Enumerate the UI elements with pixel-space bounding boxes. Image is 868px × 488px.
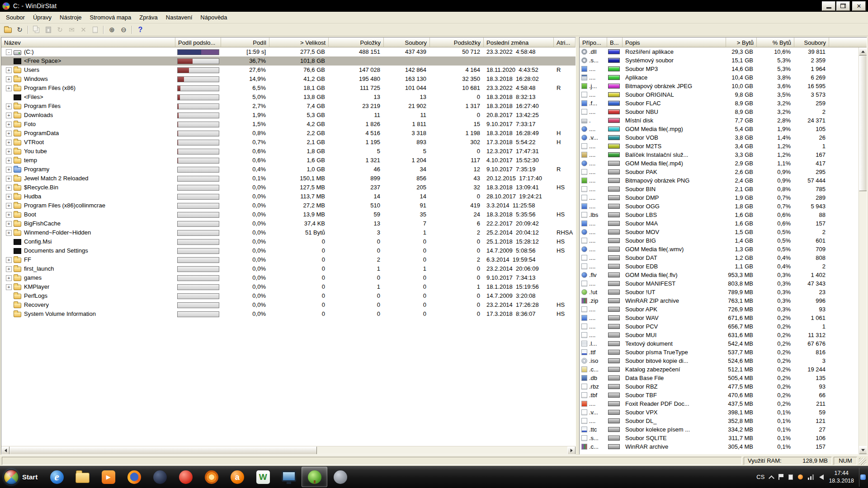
hidden-icons-chevron-icon[interactable] [769, 475, 775, 481]
extension-row[interactable]: ....Soubor WAV671,6 MB0,2%1 061 [580, 314, 859, 322]
expand-icon[interactable]: + [6, 131, 12, 136]
directory-row[interactable]: +Windows14,9%41,2 GB195 480163 13032 350… [1, 75, 576, 84]
open-button[interactable] [2, 24, 14, 35]
refresh-all-button[interactable]: ↻ [14, 24, 25, 35]
taskbar-button-dark-app[interactable] [147, 467, 173, 487]
expand-icon[interactable]: + [6, 203, 12, 209]
expand-icon[interactable]: + [6, 194, 12, 200]
extension-row[interactable]: .ttcSoubor kolekce písem ...334,2 MB0,1%… [580, 425, 859, 434]
expand-icon[interactable]: + [6, 149, 12, 155]
extension-row[interactable]: .s...Systémový soubor15,1 GB5,3%2 359 [580, 56, 859, 65]
column-header-files[interactable]: Soubory [384, 38, 430, 47]
extension-row[interactable]: .Místní disk7,7 GB2,8%24 371 [580, 116, 859, 125]
start-button[interactable]: Start [1, 466, 44, 488]
extension-row[interactable]: ....Aplikace10,4 GB3,8%6 269 [580, 73, 859, 82]
close-button[interactable]: ✕ [852, 1, 866, 11]
extension-row[interactable]: ....Soubor M4A1,6 GB0,6%157 [580, 219, 859, 228]
show-desktop-button[interactable] [859, 468, 866, 487]
collapse-icon[interactable]: - [6, 49, 12, 55]
directory-row[interactable]: +Jewel Match 2 Reloaded0,1%150,1 MB89985… [1, 174, 576, 183]
directory-row[interactable]: Config.Msi0,0%000025.1.2018 15:28:12HS [1, 237, 576, 246]
expand-icon[interactable]: + [6, 67, 12, 73]
expand-icon[interactable]: + [6, 140, 12, 145]
column-header-extension[interactable]: Přípo... [580, 38, 607, 47]
extension-row[interactable]: .l...Textový dokument542,4 MB0,2%67 676 [580, 339, 859, 348]
extension-row[interactable]: ....Soubor DMP1,9 GB0,7%289 [580, 193, 859, 202]
expand-icon[interactable]: + [6, 284, 12, 290]
taskbar-button-windirstat[interactable] [302, 467, 327, 487]
extension-row[interactable]: ....Soubor DAT1,2 GB0,4%808 [580, 253, 859, 262]
scroll-down-button[interactable] [859, 446, 867, 454]
extension-row[interactable]: .c...WinRAR archive305,4 MB0,1%157 [580, 442, 859, 451]
extension-row[interactable]: ....GOM Media file(.mp4)2,9 GB1,1%417 [580, 159, 859, 168]
extension-row[interactable]: ....Soubor MANIFEST803,8 MB0,3%47 343 [580, 279, 859, 288]
scrollbar-track[interactable] [859, 191, 867, 446]
directory-row[interactable]: +BigFishCache0,0%37,4 KB137622.2.2017 20… [1, 219, 576, 228]
extension-row[interactable]: .dbData Base File505,4 MB0,2%135 [580, 374, 859, 382]
expand-icon[interactable]: + [6, 185, 12, 191]
directory-row[interactable]: +Program Files2,7%7,4 GB23 21921 9021 31… [1, 102, 576, 111]
horizontal-scrollbar-thumb[interactable] [9, 446, 317, 455]
column-header-description[interactable]: Popis [623, 38, 726, 47]
expand-icon[interactable]: + [6, 85, 12, 91]
column-header-color[interactable]: B... [607, 38, 623, 47]
extension-row[interactable]: .s...Soubor SQLITE311,7 MB0,1%106 [580, 434, 859, 442]
extension-row[interactable]: ....Soubor APK726,9 MB0,3%93 [580, 305, 859, 314]
taskbar-button-internet-explorer[interactable]: e [44, 467, 70, 487]
directory-row[interactable]: +Program Files (x86)collinmcrae0,0%27,2 … [1, 201, 576, 210]
horizontal-scrollbar[interactable] [1, 446, 576, 454]
titlebar[interactable]: C: - WinDirStat ✕ [0, 0, 868, 12]
expand-icon[interactable]: + [6, 221, 12, 227]
extension-row[interactable]: ....GOM Media file(.wmv)1,3 GB0,5%709 [580, 245, 859, 253]
vertical-scrollbar-thumb[interactable] [859, 56, 867, 191]
extension-row[interactable]: .c...Katalog zabezpečení512,1 MB0,2%19 2… [580, 365, 859, 374]
extension-row[interactable]: ....Soubor OGG1,8 GB0,7%5 943 [580, 202, 859, 211]
extension-row[interactable]: ....Soubor MOV1,5 GB0,5%2 [580, 228, 859, 236]
tray-orange-app-icon[interactable] [798, 474, 803, 479]
extension-row[interactable]: .j...Bitmapový obrázek JPEG10,0 GB3,6%16… [580, 82, 859, 90]
directory-row[interactable]: Documents and Settings0,0%000014.7.2009 … [1, 246, 576, 255]
directory-row[interactable]: +Hudba0,0%113,7 MB1414028.10.2017 19:24:… [1, 192, 576, 201]
column-header-items[interactable]: Položky [329, 38, 384, 47]
expand-icon[interactable]: + [6, 275, 12, 281]
scroll-right-button[interactable] [567, 446, 576, 455]
extension-row[interactable]: .dllRozšíření aplikace29,3 GB10,6%39 811 [580, 47, 859, 56]
extension-row[interactable]: .v...Soubor VOB3,8 GB1,4%26 [580, 133, 859, 142]
extension-row[interactable]: .!utSoubor !UT789,9 MB0,3%23 [580, 288, 859, 296]
scrollbar-track[interactable] [317, 446, 567, 454]
column-header-bytes-percent[interactable]: % Bytů [757, 38, 794, 47]
taskbar-button-avast[interactable]: a [224, 467, 250, 487]
menu-help[interactable]: Nápověda [196, 12, 231, 23]
extension-row[interactable]: .zipWinRAR ZIP archive763,1 MB0,3%996 [580, 296, 859, 305]
extension-row[interactable]: ....Soubor DL_352,8 MB0,1%121 [580, 417, 859, 425]
menu-file[interactable]: Soubor [2, 12, 29, 23]
menu-treemap[interactable]: Stromová mapa [86, 12, 136, 23]
menu-options[interactable]: Nastavení [162, 12, 197, 23]
column-header-name[interactable]: Název [1, 38, 175, 47]
taskbar-button-media-player[interactable]: ▶ [95, 467, 121, 487]
expand-icon[interactable]: + [6, 167, 12, 173]
directory-row[interactable]: -(C:)[1:59 s]277,5 GB488 151437 43950 71… [1, 47, 576, 56]
extension-row[interactable]: .lbsSoubor LBS1,6 GB0,6%88 [580, 211, 859, 219]
directory-row[interactable]: +VTRoot0,7%2,1 GB1 19589330217.3.2018 5:… [1, 138, 576, 147]
extension-row[interactable]: .ttfSoubor písma TrueType537,7 MB0,2%816 [580, 348, 859, 357]
scroll-up-button[interactable] [859, 47, 867, 56]
directory-row[interactable]: +ProgramData0,8%2,2 GB4 5163 3181 19818.… [1, 129, 576, 138]
directory-row[interactable]: +temp0,6%1,6 GB1 3211 2041174.10.2017 15… [1, 156, 576, 165]
directory-row[interactable]: <Free Space>36,7%101,8 GB [1, 56, 576, 66]
extension-row[interactable]: ....Bitmapový obrázek PNG2,4 GB0,9%57 44… [580, 176, 859, 185]
directory-row[interactable]: System Volume Information0,0%000017.3.20… [1, 310, 576, 319]
volume-icon[interactable] [819, 474, 824, 480]
directory-row[interactable]: +KMPlayer0,0%010118.1.2018 15:19:56 [1, 282, 576, 291]
extension-row[interactable]: .rbzSoubor RBZ477,5 MB0,2%93 [580, 382, 859, 391]
menu-tools[interactable]: Nástroje [56, 12, 85, 23]
extension-row[interactable]: ....Soubor BIG1,4 GB0,5%601 [580, 236, 859, 245]
expand-icon[interactable]: + [6, 122, 12, 127]
extension-row[interactable]: .f...Soubor FLAC8,9 GB3,2%259 [580, 99, 859, 108]
restore-button[interactable] [836, 1, 850, 11]
column-header-subfolders[interactable]: Podsložky [430, 38, 484, 47]
help-button[interactable]: ? [135, 24, 146, 35]
expand-icon[interactable]: + [6, 257, 12, 263]
clock[interactable]: 17:44 18.3.2018 [829, 469, 854, 484]
directory-row[interactable]: +$Recycle.Bin0,0%127,5 MB2372053218.3.20… [1, 183, 576, 192]
